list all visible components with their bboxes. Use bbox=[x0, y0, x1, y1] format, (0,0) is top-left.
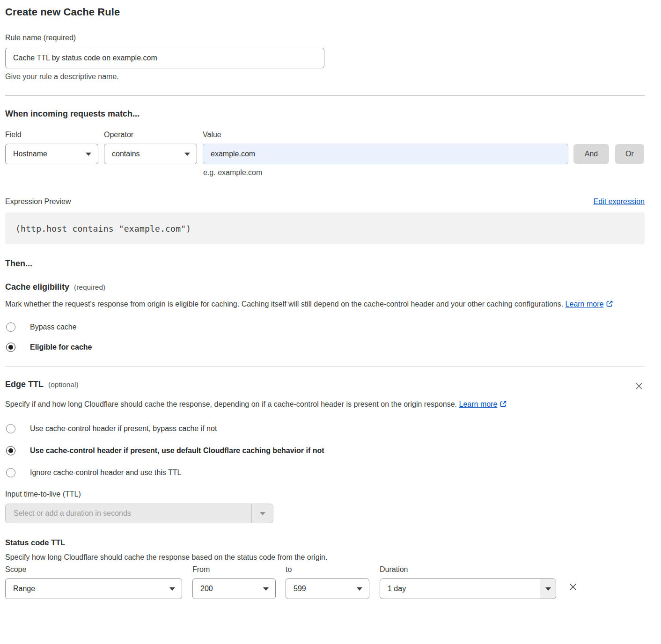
to-label: to bbox=[286, 565, 369, 574]
ttl-placeholder: Select or add a duration in seconds bbox=[6, 504, 251, 523]
status-code-ttl-row: Scope Range From 200 to 599 Duration 1 d… bbox=[5, 565, 645, 599]
external-link-icon bbox=[499, 399, 507, 412]
rule-name-help: Give your rule a descriptive name. bbox=[5, 73, 645, 81]
cache-eligibility-title: Cache eligibility bbox=[5, 282, 69, 292]
radio-ignore-header[interactable]: Ignore cache-control header and use this… bbox=[5, 468, 645, 477]
scope-select[interactable]: Range bbox=[5, 578, 182, 599]
expression-header: Expression Preview Edit expression bbox=[5, 198, 645, 206]
cache-eligibility-required-note: (required) bbox=[74, 283, 105, 292]
radio-selected-icon bbox=[6, 446, 15, 455]
chevron-down-icon[interactable] bbox=[540, 579, 556, 599]
section-divider bbox=[5, 95, 645, 96]
operator-select[interactable]: contains bbox=[104, 144, 197, 164]
value-label: Value bbox=[203, 131, 221, 139]
operator-label: Operator bbox=[104, 131, 203, 139]
rule-name-input[interactable] bbox=[5, 48, 324, 68]
match-column-labels: Field Operator Value bbox=[5, 131, 645, 139]
radio-icon bbox=[6, 424, 15, 433]
radio-bypass-cache[interactable]: Bypass cache bbox=[5, 322, 645, 332]
and-button[interactable]: And bbox=[573, 144, 609, 164]
to-select[interactable]: 599 bbox=[286, 578, 369, 599]
from-select-value: 200 bbox=[200, 585, 213, 593]
chevron-down-icon bbox=[251, 504, 273, 523]
ttl-input-label: Input time-to-live (TTL) bbox=[5, 490, 645, 498]
from-label: From bbox=[192, 565, 276, 574]
edge-ttl-optional-note: (optional) bbox=[48, 381, 79, 389]
radio-eligible-for-cache[interactable]: Eligible for cache bbox=[5, 343, 645, 352]
chevron-down-icon bbox=[357, 587, 362, 591]
duration-value: 1 day bbox=[380, 579, 540, 599]
cache-eligibility-description: Mark whether the request's response from… bbox=[5, 298, 632, 312]
from-select[interactable]: 200 bbox=[192, 578, 276, 599]
or-button[interactable]: Or bbox=[615, 144, 644, 164]
chevron-down-icon bbox=[169, 587, 175, 591]
field-select-value: Hostname bbox=[13, 150, 47, 158]
field-select[interactable]: Hostname bbox=[5, 144, 98, 164]
edit-expression-link[interactable]: Edit expression bbox=[594, 198, 645, 206]
match-heading: When incoming requests match... bbox=[5, 109, 645, 119]
edge-ttl-options: Use cache-control header if present, byp… bbox=[5, 424, 645, 477]
close-icon bbox=[634, 385, 644, 392]
duration-combobox[interactable]: 1 day bbox=[380, 578, 556, 599]
radio-icon bbox=[6, 322, 15, 332]
operator-select-value: contains bbox=[112, 150, 140, 158]
field-label: Field bbox=[5, 131, 104, 139]
expression-code-block: (http.host contains "example.com") bbox=[5, 212, 645, 244]
cache-eligibility-options: Bypass cache Eligible for cache bbox=[5, 322, 645, 352]
value-help: e.g. example.com bbox=[203, 168, 645, 177]
edge-ttl-header: Edge TTL (optional) bbox=[5, 380, 645, 393]
learn-more-link[interactable]: Learn more bbox=[459, 400, 498, 408]
chevron-down-icon bbox=[184, 153, 190, 156]
scope-label: Scope bbox=[5, 565, 182, 574]
expression-preview-label: Expression Preview bbox=[5, 198, 71, 206]
match-controls-row: Hostname contains And Or bbox=[5, 144, 645, 164]
section-divider bbox=[5, 366, 645, 367]
learn-more-link[interactable]: Learn more bbox=[566, 300, 604, 308]
create-cache-rule-form: Create new Cache Rule Rule name (require… bbox=[5, 0, 645, 610]
chevron-down-icon bbox=[86, 153, 91, 156]
scope-select-value: Range bbox=[13, 585, 35, 593]
close-icon bbox=[568, 586, 578, 593]
delete-status-row-button[interactable] bbox=[567, 581, 579, 594]
radio-selected-icon bbox=[6, 343, 15, 352]
edge-ttl-close-button[interactable] bbox=[633, 381, 645, 393]
edge-ttl-title: Edge TTL bbox=[5, 380, 44, 389]
external-link-icon bbox=[606, 299, 613, 312]
status-code-ttl-title: Status code TTL bbox=[5, 538, 645, 547]
to-select-value: 599 bbox=[294, 585, 306, 593]
duration-label: Duration bbox=[380, 565, 556, 574]
status-code-ttl-description: Specify how long Cloudflare should cache… bbox=[5, 553, 645, 562]
then-heading: Then... bbox=[5, 259, 645, 269]
page-title: Create new Cache Rule bbox=[5, 6, 645, 18]
rule-name-label: Rule name (required) bbox=[5, 34, 645, 42]
edge-ttl-description: Specify if and how long Cloudflare shoul… bbox=[5, 398, 632, 412]
radio-use-header-bypass[interactable]: Use cache-control header if present, byp… bbox=[5, 424, 645, 433]
ttl-duration-select-disabled[interactable]: Select or add a duration in seconds bbox=[5, 504, 273, 523]
radio-use-header-default[interactable]: Use cache-control header if present, use… bbox=[5, 446, 645, 455]
radio-icon bbox=[6, 468, 15, 477]
cache-eligibility-header: Cache eligibility (required) bbox=[5, 282, 645, 292]
chevron-down-icon bbox=[263, 587, 269, 591]
value-input[interactable] bbox=[203, 144, 568, 164]
